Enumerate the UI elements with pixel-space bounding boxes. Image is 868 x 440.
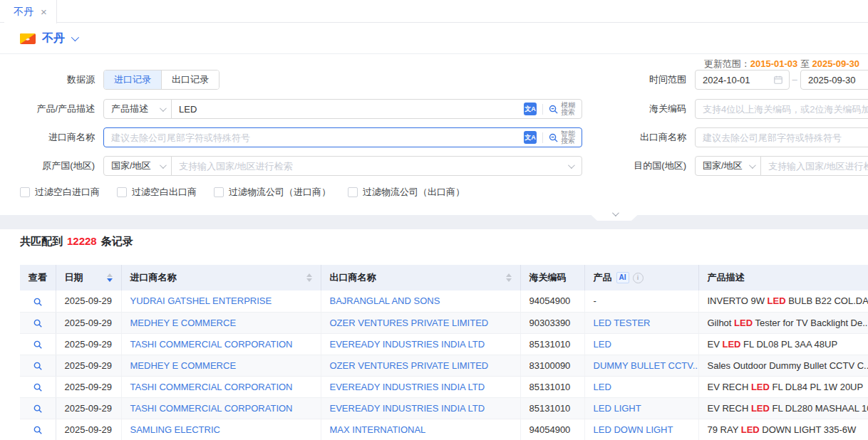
checkbox-icon[interactable] xyxy=(348,187,358,197)
checkbox-icon[interactable] xyxy=(20,187,30,197)
product-link[interactable]: LED DOWN LIGHT xyxy=(594,424,673,435)
record-date: 2025-09-29 xyxy=(56,419,121,440)
destination-country-select[interactable]: 国家/地区 xyxy=(695,156,761,176)
chevron-down-icon xyxy=(568,162,575,169)
view-record-icon[interactable] xyxy=(33,297,43,307)
importer-link[interactable]: MEDHEY E COMMERCE xyxy=(130,360,237,371)
view-record-icon[interactable] xyxy=(33,382,43,392)
chevron-down-icon[interactable] xyxy=(71,33,79,41)
bhutan-flag-icon xyxy=(20,33,36,44)
product-link[interactable]: LED xyxy=(594,339,611,350)
destination-select-value: 国家/地区 xyxy=(703,159,743,172)
product-description: Sales Outdoor Dummy Bullet CCTV C... xyxy=(698,355,868,376)
hs-code-box xyxy=(695,99,868,119)
product-input-group: 文A 模糊搜索 xyxy=(171,99,582,119)
update-range-from: 2015-01-03 xyxy=(750,58,798,69)
hs-code-input[interactable] xyxy=(696,104,868,115)
desc-text: EV RECH xyxy=(708,403,751,414)
translate-icon[interactable]: 文A xyxy=(524,103,537,115)
view-record-icon[interactable] xyxy=(33,425,43,435)
destination-search-box xyxy=(760,156,868,176)
col-importer: 进口商名称 xyxy=(130,271,177,284)
date-end-input[interactable] xyxy=(801,75,868,85)
origin-country-select[interactable]: 国家/地区 xyxy=(103,156,172,176)
exporter-input[interactable] xyxy=(696,132,868,143)
app-window: 不丹 × 不丹 更新范围：2015-01-03 至 2025-09-30 数据源… xyxy=(0,0,868,440)
tab-bhutan[interactable]: 不丹 × xyxy=(4,0,57,23)
exporter-link[interactable]: OZER VENTURES PRIVATE LIMITED xyxy=(330,318,489,328)
view-record-icon[interactable] xyxy=(33,361,43,371)
desc-text: EV xyxy=(708,339,723,350)
exporter-link[interactable]: EVEREADY INDUSTRIES INDIA LTD xyxy=(330,339,485,350)
export-records-tab[interactable]: 出口记录 xyxy=(161,70,219,89)
product-link[interactable]: LED xyxy=(594,382,611,392)
date-start-input[interactable] xyxy=(696,75,773,85)
importer-link[interactable]: TASHI COMMERCIAL CORPORATION xyxy=(130,339,293,350)
importer-link[interactable]: MEDHEY E COMMERCE xyxy=(130,318,237,328)
update-range-mid: 至 xyxy=(800,58,810,69)
checkbox-filter-logistics-exporter[interactable]: 过滤物流公司（出口商） xyxy=(348,186,465,199)
search-icon xyxy=(548,104,559,115)
exporter-link[interactable]: BAJRANGLAL AND SONS xyxy=(330,295,440,306)
importer-link[interactable]: SAMLING ELECTRIC xyxy=(130,424,220,435)
product-link[interactable]: DUMMY BULLET CCTV... xyxy=(594,360,699,371)
importer-input-group: 文A 智能搜索 xyxy=(103,127,582,147)
importer-link[interactable]: TASHI COMMERCIAL CORPORATION xyxy=(130,382,293,392)
product-link[interactable]: LED TESTER xyxy=(594,318,651,328)
info-icon[interactable]: i xyxy=(633,273,644,283)
origin-search-input[interactable] xyxy=(172,161,568,172)
exporter-link[interactable]: EVEREADY INDUSTRIES INDIA LTD xyxy=(330,403,485,414)
exporter-label: 出口商名称 xyxy=(602,127,686,147)
fuzzy-search-button[interactable]: 模糊搜索 xyxy=(548,102,578,116)
product-field-select[interactable]: 产品描述 xyxy=(103,99,172,119)
importer-input[interactable] xyxy=(104,132,524,143)
calendar-icon[interactable] xyxy=(773,75,783,85)
importer-link[interactable]: TASHI COMMERCIAL CORPORATION xyxy=(130,403,293,414)
page-title: 不丹 xyxy=(42,31,65,46)
panel-gap xyxy=(0,215,868,229)
product-value: - xyxy=(594,295,596,306)
smart-search-button[interactable]: 智能搜索 xyxy=(548,130,578,145)
exporter-link[interactable]: EVEREADY INDUSTRIES INDIA LTD xyxy=(330,382,485,392)
record-date: 2025-09-29 xyxy=(56,355,121,376)
importer-link[interactable]: YUDRAI GATSHEL ENTERPRISE xyxy=(130,295,272,306)
hs-code: 94054900 xyxy=(520,290,584,312)
col-view: 查看 xyxy=(29,271,47,284)
table-row: 2025-09-29 MEDHEY E COMMERCE OZER VENTUR… xyxy=(20,312,868,333)
translate-icon[interactable]: 文A xyxy=(524,131,537,144)
close-icon[interactable]: × xyxy=(41,6,47,17)
date-end-box xyxy=(800,70,868,90)
view-record-icon[interactable] xyxy=(33,340,43,350)
import-records-tab[interactable]: 进口记录 xyxy=(104,70,161,89)
product-link[interactable]: LED LIGHT xyxy=(594,403,641,414)
desc-highlight: LED xyxy=(741,424,760,435)
view-record-icon[interactable] xyxy=(33,404,43,414)
product-select-value: 产品描述 xyxy=(111,103,148,115)
product-description: EV RECH LED FL DL84 PL 1W 20UP xyxy=(698,376,868,397)
checkbox-filter-blank-importer[interactable]: 过滤空白进口商 xyxy=(20,186,100,199)
checkbox-filter-logistics-importer[interactable]: 过滤物流公司（进口商） xyxy=(214,186,331,199)
checkbox-filter-blank-exporter[interactable]: 过滤空白出口商 xyxy=(117,186,197,199)
exporter-link[interactable]: MAX INTERNATIONAL xyxy=(330,424,426,435)
datasource-segmented: 进口记录 出口记录 xyxy=(103,70,219,90)
product-label: 产品/产品描述 xyxy=(11,99,95,119)
desc-highlight: LED xyxy=(751,403,770,414)
sort-control-exporter[interactable] xyxy=(500,273,512,282)
checkbox-icon[interactable] xyxy=(214,187,224,197)
desc-text: Sales Outdoor Dummy Bullet CCTV C... xyxy=(708,360,868,371)
sort-control-importer[interactable] xyxy=(301,273,312,282)
view-record-icon[interactable] xyxy=(33,318,43,328)
hs-code: 85131010 xyxy=(520,376,584,397)
destination-search-input[interactable] xyxy=(761,161,868,172)
exporter-box xyxy=(695,127,868,147)
origin-search-box xyxy=(171,156,582,176)
ai-badge: AI xyxy=(616,272,629,283)
sort-control-date[interactable] xyxy=(101,273,113,282)
importer-label: 进口商名称 xyxy=(11,127,95,147)
product-input[interactable] xyxy=(172,104,524,115)
col-hs-code: 海关编码 xyxy=(529,271,567,284)
checkbox-icon[interactable] xyxy=(117,187,127,197)
record-date: 2025-09-29 xyxy=(56,312,121,333)
desc-text: EV RECH xyxy=(708,382,751,392)
exporter-link[interactable]: OZER VENTURES PRIVATE LIMITED xyxy=(330,360,489,371)
